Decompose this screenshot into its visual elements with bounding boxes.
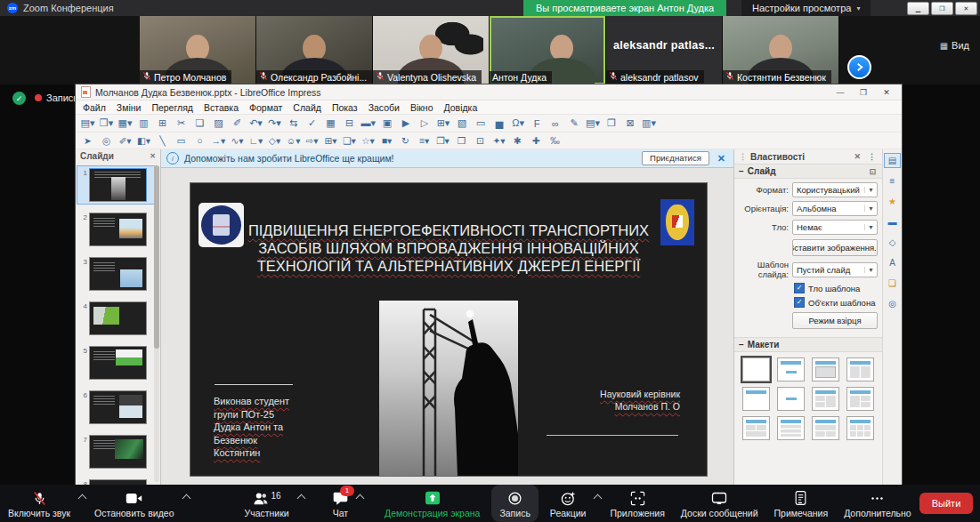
layout-content-rows[interactable] — [777, 416, 805, 440]
block-arrows-icon[interactable]: ⇨▾ — [303, 134, 321, 148]
impress-minimize-button[interactable]: — — [829, 88, 852, 97]
layout-six-content[interactable] — [846, 416, 874, 440]
slide-thumbnail[interactable]: 8 — [77, 478, 154, 485]
chevron-up-icon[interactable] — [296, 494, 305, 503]
slide-thumbnail[interactable]: 5 — [77, 344, 154, 381]
layout-title-subtitle[interactable] — [777, 357, 805, 381]
cut-icon[interactable]: ✂ — [172, 116, 190, 130]
slide-thumbnail[interactable]: 6 — [77, 389, 154, 426]
new-slide-icon[interactable]: ▤▾ — [584, 116, 603, 130]
insert-symbol-icon[interactable]: Ω▾ — [509, 116, 528, 130]
dialog-launcher-icon[interactable]: ⊡ — [867, 167, 878, 176]
slide-thumbnail[interactable]: 4 — [77, 300, 154, 337]
chevron-up-icon[interactable] — [594, 494, 603, 503]
slide-layout-icon[interactable]: ▥▾ — [640, 116, 659, 130]
menu-item[interactable]: Вікно — [405, 102, 439, 113]
infobar-close-icon[interactable]: ✕ — [715, 153, 728, 165]
master-slide-select[interactable]: Пустий слайд ▼ — [792, 262, 878, 277]
slides-scrollbar-thumb[interactable] — [154, 165, 159, 349]
layout-content-two-content[interactable] — [846, 387, 874, 411]
layout-blank[interactable] — [742, 357, 770, 381]
basic-shapes-icon[interactable]: ◇▾ — [265, 134, 284, 148]
background-select[interactable]: Немає ▼ — [792, 220, 878, 235]
whiteboards-button[interactable]: Доски сообщений — [673, 485, 766, 522]
slide-section-header[interactable]: − Слайд ⊡ — [734, 164, 882, 179]
participant-tile[interactable]: Олександр Разбойні... — [256, 16, 373, 84]
chevron-up-icon[interactable] — [182, 494, 190, 503]
stop-video-button[interactable]: Остановить видео — [86, 485, 190, 522]
share-screen-button[interactable]: Демонстрация экрана — [377, 485, 488, 522]
slide-thumbnail[interactable]: 2 — [77, 211, 154, 248]
view-settings-dropdown[interactable]: Настройки просмотра ▾ — [741, 0, 871, 16]
insert-chart-icon[interactable]: ▅ — [490, 116, 509, 130]
slides-panel-close-icon[interactable]: ✕ — [150, 152, 156, 160]
lines-arrows-icon[interactable]: →▾ — [209, 134, 228, 148]
layout-title-only[interactable] — [742, 387, 770, 411]
copy-icon[interactable]: ❏ — [190, 116, 209, 130]
paste-icon[interactable]: ▨ — [209, 116, 228, 130]
export-pdf-icon[interactable]: ▥ — [134, 116, 153, 130]
insert-line-icon[interactable]: ╲ — [153, 134, 172, 148]
slide-thumbnail[interactable]: 1 — [77, 166, 154, 204]
master-slide-icon[interactable]: ▣ — [378, 116, 397, 130]
slide-thumbnail[interactable]: 7 — [77, 433, 154, 470]
select-icon[interactable]: ➤ — [78, 134, 97, 148]
tab-shapes-icon[interactable]: ◇ — [885, 236, 900, 249]
slide-editing-surface[interactable]: Підвищення енергоефективності транспортн… — [190, 183, 707, 476]
tab-styles-icon[interactable]: ≡ — [885, 174, 900, 188]
participant-tile[interactable]: Костянтин Безвенюк — [723, 16, 839, 84]
glue-points-icon[interactable]: ✚ — [527, 134, 546, 148]
slides-scrollbar[interactable] — [154, 165, 159, 482]
next-participants-button[interactable] — [847, 55, 871, 79]
chevron-up-icon[interactable] — [356, 494, 365, 503]
helplines-icon[interactable]: ⊟ — [340, 116, 359, 130]
zoom-icon[interactable]: ◎ — [97, 134, 116, 148]
participants-button[interactable]: 16 Участники — [237, 485, 305, 522]
layout-content-over-two-content[interactable] — [812, 416, 839, 440]
slide-photo[interactable] — [379, 301, 518, 476]
new-document-icon[interactable]: ▤▾ — [78, 116, 97, 130]
flowchart-icon[interactable]: ⊞▾ — [321, 134, 340, 148]
slide-thumbnail[interactable]: 3 — [77, 255, 154, 293]
menu-item[interactable]: Показ — [327, 102, 363, 113]
save-icon[interactable]: ▦▾ — [116, 116, 134, 130]
chevron-up-icon[interactable] — [78, 494, 87, 503]
layout-title-two-content[interactable] — [846, 357, 874, 381]
format-select[interactable]: Користувацький ▼ — [792, 182, 878, 197]
menu-item[interactable]: Зміни — [111, 102, 147, 113]
menu-item[interactable]: Слайд — [288, 102, 327, 113]
insert-textbox-icon[interactable]: ▭ — [472, 116, 490, 130]
impress-close-button[interactable]: ✕ — [875, 88, 898, 97]
spelling-icon[interactable]: ✓ — [303, 116, 321, 130]
layout-title-content[interactable] — [812, 357, 839, 381]
participant-tile[interactable]: Петро Молчанов — [140, 16, 256, 84]
shadow-icon[interactable]: ❒ — [452, 134, 471, 148]
master-objects-checkbox[interactable]: ✓ Об'єкти шаблона — [794, 297, 882, 308]
callout-shapes-icon[interactable]: ❑▾ — [340, 134, 359, 148]
fill-color-icon[interactable]: ◧▾ — [134, 134, 153, 148]
impress-restore-button[interactable]: ❐ — [852, 88, 875, 97]
menu-item[interactable]: Засоби — [363, 102, 405, 113]
line-color-icon[interactable]: ✐▾ — [116, 134, 134, 148]
slideshow-from-current-icon[interactable]: ▷ — [416, 116, 434, 130]
points-icon[interactable]: ✱ — [508, 134, 527, 148]
fontwork-icon[interactable]: F — [528, 116, 547, 130]
tab-properties-icon[interactable]: ▤ — [885, 154, 900, 167]
more-button[interactable]: Дополнительно — [836, 485, 919, 522]
star-shapes-icon[interactable]: ☆▾ — [359, 134, 377, 148]
close-button[interactable]: ✕ — [955, 2, 977, 15]
hyperlink-icon[interactable]: ∞ — [547, 116, 565, 130]
menu-item[interactable]: Формат — [244, 102, 288, 113]
properties-menu-icon[interactable]: ⋮ — [866, 152, 878, 161]
view-mode-button[interactable]: ▦ Вид — [940, 40, 969, 51]
menu-item[interactable]: Файл — [77, 102, 111, 113]
tab-navigator-icon[interactable]: ◎ — [885, 297, 900, 310]
start-slideshow-icon[interactable]: ▶ — [397, 116, 416, 130]
tab-gallery-icon[interactable]: ❏ — [885, 277, 900, 290]
display-grid-icon[interactable]: ▦ — [321, 116, 340, 130]
notes-button[interactable]: Примечания — [766, 485, 837, 522]
curve-icon[interactable]: ∿▾ — [228, 134, 247, 148]
connector-icon[interactable]: ∟▾ — [247, 134, 265, 148]
layouts-section-header[interactable]: − Макети — [734, 337, 882, 352]
master-view-button[interactable]: Режим взірця — [792, 312, 878, 329]
